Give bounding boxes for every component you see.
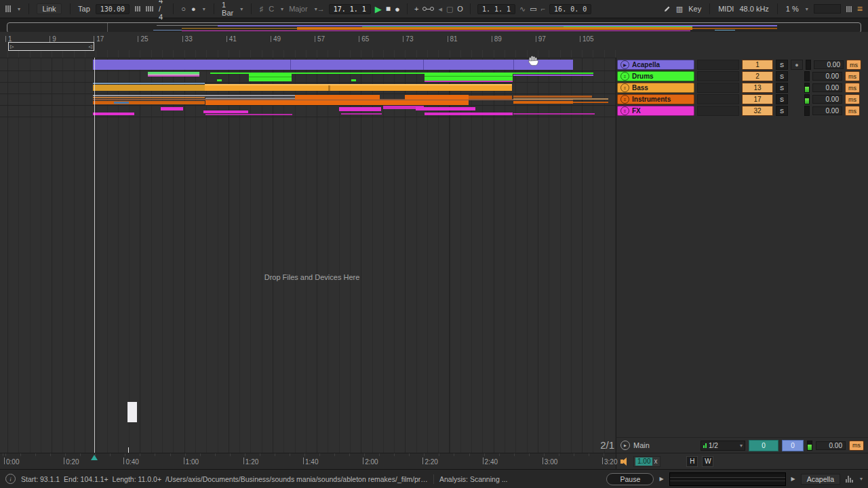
key-map-button[interactable]: Key (688, 5, 701, 13)
track-name-bar[interactable]: ≡Drums (617, 71, 694, 81)
clip[interactable] (341, 113, 382, 115)
height-zoom-button[interactable]: H (686, 456, 698, 467)
clip[interactable] (93, 85, 205, 91)
clip[interactable] (127, 402, 137, 422)
arrangement-canvas[interactable]: Drop Files and Devices Here (0, 58, 616, 453)
playback-speed-field[interactable]: 1.00 x (633, 456, 660, 467)
menu-icon[interactable]: ≡ (857, 3, 863, 14)
automation-mode-button[interactable]: O (457, 5, 463, 13)
tempo-field[interactable]: 130.00 (96, 4, 130, 14)
output-meter-icon[interactable] (846, 476, 853, 483)
stop-button[interactable]: ■ (386, 4, 391, 14)
clip[interactable] (205, 114, 292, 115)
clip[interactable] (161, 107, 183, 110)
track-io-field[interactable] (697, 94, 739, 104)
clip[interactable] (93, 101, 205, 104)
clip[interactable] (425, 81, 513, 82)
time-signature-field[interactable]: 4 / 4 (159, 0, 165, 21)
playhead[interactable] (94, 58, 95, 453)
track-header-drums[interactable]: ≡Drums 2 S 0.00 ms (617, 71, 860, 81)
preview-play-icon[interactable]: ▶ (659, 476, 663, 482)
clip[interactable] (425, 76, 513, 77)
clip[interactable] (513, 98, 608, 100)
track-name-bar[interactable]: ≡FX (617, 106, 694, 116)
midi-map-button[interactable]: MIDI (718, 5, 734, 13)
preview-play-icon[interactable]: ▶ (791, 476, 795, 482)
track-delay-field[interactable]: 0.00 (812, 95, 842, 104)
track-name-bar[interactable]: ≡Bass (617, 83, 694, 93)
solo-button[interactable]: S (776, 106, 788, 116)
clip[interactable] (416, 107, 475, 110)
clip[interactable] (469, 96, 512, 99)
speaker-icon[interactable] (620, 458, 629, 466)
link-button[interactable]: Link (37, 3, 61, 14)
track-io-field[interactable] (697, 60, 739, 70)
track-io-field[interactable] (697, 83, 739, 93)
track-header-fx[interactable]: ≡FX 32 S 0.00 ms (617, 106, 860, 116)
track-delay-field[interactable]: 0.00 (812, 83, 842, 92)
clip[interactable] (513, 113, 595, 115)
loop-length-box[interactable]: 0 (749, 440, 778, 451)
delay-unit-badge[interactable]: ms (845, 83, 860, 93)
back-to-arrangement-button[interactable]: ◂ (438, 5, 442, 14)
clip[interactable] (148, 75, 199, 77)
chevron-down-icon[interactable]: ▾ (806, 6, 808, 12)
clip[interactable] (217, 79, 222, 81)
time-ruler[interactable]: 0:000:200:401:001:201:402:002:202:403:00… (0, 453, 616, 469)
track-io-field[interactable] (697, 71, 739, 81)
clip[interactable] (425, 113, 513, 115)
nudge-down-icon[interactable] (135, 6, 140, 12)
clip[interactable] (405, 95, 469, 100)
scale-icon[interactable]: ♯ (260, 5, 264, 13)
solo-button[interactable]: S (776, 60, 788, 70)
clip[interactable] (290, 60, 291, 70)
draw-pencil-icon[interactable] (664, 5, 671, 12)
info-icon[interactable]: i (5, 474, 16, 484)
clip[interactable] (93, 60, 573, 70)
play-button[interactable]: ▶ (375, 4, 382, 14)
clip[interactable] (114, 102, 129, 104)
clip[interactable] (513, 96, 592, 98)
clip[interactable] (513, 75, 593, 76)
clip[interactable] (249, 74, 292, 81)
quantize-menu[interactable]: 1 Bar (222, 1, 233, 17)
delay-unit-badge[interactable]: ms (845, 94, 860, 104)
follow-button[interactable]: → (317, 5, 325, 13)
solo-button[interactable]: S (776, 94, 788, 104)
clip[interactable] (295, 95, 380, 100)
metronome-off-icon[interactable]: ○ (181, 5, 186, 13)
clip[interactable] (513, 60, 514, 70)
launch-quantize-select[interactable]: 1/2 ▾ (701, 441, 745, 451)
track-header-acapella[interactable]: ▶Acapella 1 S ● 0.00 ms (617, 60, 861, 70)
clip[interactable] (249, 77, 292, 77)
track-name-bar[interactable]: ≡Instruments (617, 94, 694, 104)
loop-start-field[interactable]: 1. 1. 1 (477, 4, 515, 14)
track-io-field[interactable] (697, 106, 739, 116)
playhead-triangle[interactable] (91, 455, 98, 460)
key-scale-select[interactable]: Major (289, 5, 308, 13)
track-header-instruments[interactable]: ≡Instruments 17 S 0.00 ms (617, 94, 860, 104)
loop-end-icon[interactable]: ◁ (89, 44, 92, 49)
main-delay-field[interactable]: 0.00 (816, 441, 846, 450)
computer-midi-keyboard-icon[interactable]: ▥ (676, 5, 683, 14)
clip[interactable] (339, 107, 381, 111)
chevron-down-icon[interactable]: ▾ (860, 476, 863, 482)
record-button[interactable]: ● (395, 4, 400, 14)
delay-unit-badge[interactable]: ms (845, 106, 860, 116)
track-input-field[interactable]: 13 (742, 83, 773, 93)
arm-button[interactable]: ● (791, 60, 803, 70)
clip[interactable] (205, 84, 512, 85)
track-name-bar[interactable]: ▶Acapella (617, 60, 694, 70)
solo-button[interactable]: S (776, 83, 788, 93)
chevron-down-icon[interactable]: ▾ (18, 6, 20, 12)
clip[interactable] (351, 79, 356, 81)
track-input-field[interactable]: 17 (742, 94, 773, 104)
clip[interactable] (205, 100, 469, 105)
nudge-up-icon[interactable] (146, 6, 153, 12)
solo-button[interactable]: S (776, 71, 788, 81)
pause-button[interactable]: Pause (606, 473, 654, 485)
overdub-button[interactable] (422, 7, 434, 11)
metronome-on-icon[interactable]: ● (191, 5, 196, 13)
track-input-field[interactable]: 2 (742, 71, 773, 81)
tap-tempo-button[interactable]: Tap (78, 5, 90, 13)
